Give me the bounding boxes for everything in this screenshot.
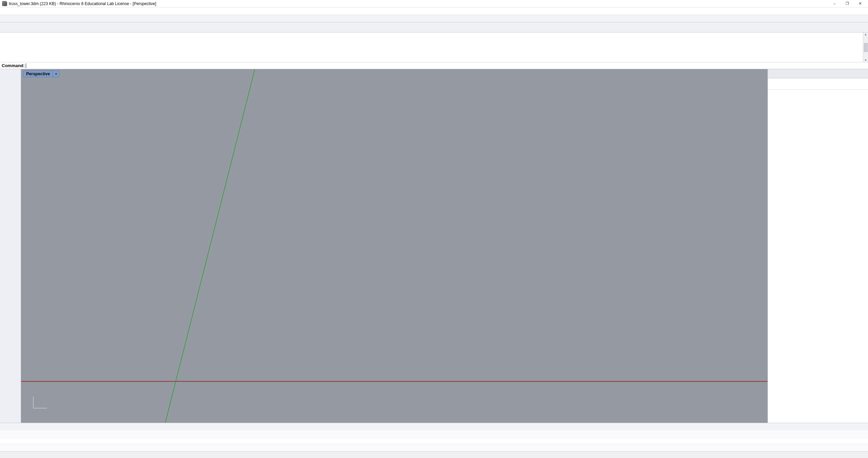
properties-panel [768,69,868,423]
y-axis-line [165,69,255,423]
command-prompt: Command: [2,63,25,68]
menu-bar [0,7,868,15]
scroll-thumb[interactable] [864,43,868,52]
perspective-viewport[interactable]: Perspective [21,69,768,423]
osnap-bar [0,444,868,451]
viewport-menu-chevron-icon[interactable] [53,71,59,77]
close-button[interactable]: ✕ [854,0,867,7]
scroll-up-icon[interactable]: ▲ [864,33,867,36]
property-grid [768,90,868,423]
toolbar-tab-bar [0,15,868,22]
window-title: truss_tower.3dm (223 KB) - Rhinoceros 6 … [9,1,828,6]
spacer [0,439,868,444]
selection-filter-bar [0,430,868,439]
command-line[interactable]: Command: [0,62,868,69]
restore-button[interactable]: ❐ [841,0,854,7]
app-icon [2,1,7,6]
viewport-canvas[interactable] [21,69,768,423]
panel-tab-bar [768,69,868,78]
text-caret [26,63,26,68]
scroll-down-icon[interactable]: ▼ [864,59,867,62]
left-toolbar [0,69,21,423]
title-bar: truss_tower.3dm (223 KB) - Rhinoceros 6 … [0,0,868,7]
point-toolbar [0,22,868,33]
viewport-title-menu[interactable]: Perspective [23,71,59,77]
properties-mode-buttons [768,78,868,90]
viewport-tab-bar [0,423,868,430]
status-bar [0,451,868,458]
minimize-button[interactable]: – [828,0,841,7]
cplane-corner-icon [33,397,47,408]
command-history[interactable]: ▲ ▼ [0,33,868,62]
viewport-title: Perspective [23,71,53,77]
command-scrollbar[interactable]: ▲ ▼ [863,33,868,62]
